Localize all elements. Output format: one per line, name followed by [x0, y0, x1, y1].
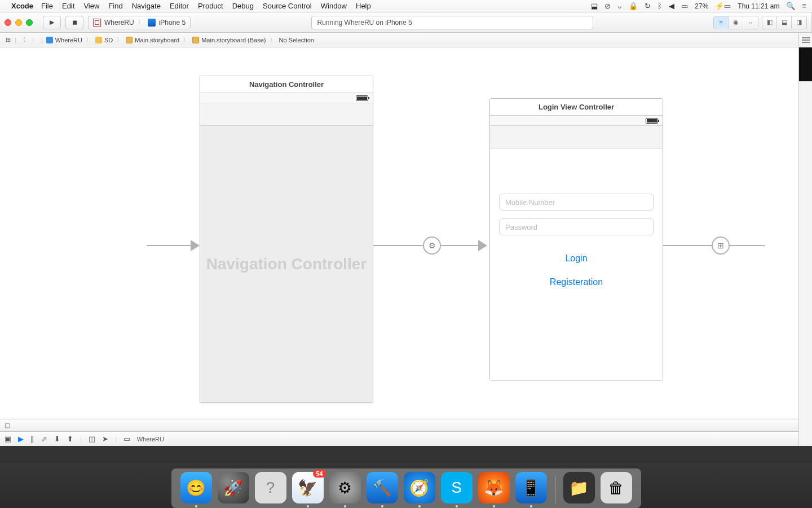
jump-selection[interactable]: No Selection [278, 37, 315, 43]
process-icon[interactable]: ▭ [123, 435, 130, 443]
battery-percent[interactable]: 27% [695, 2, 708, 10]
dropbox-icon[interactable]: ⬓ [591, 2, 598, 10]
navigation-controller-scene[interactable]: Navigation Controller Navigation Control… [200, 76, 373, 403]
standard-editor-icon[interactable]: ≡ [714, 16, 729, 29]
battery-icon [646, 118, 658, 124]
xcode-toolbar: ▶ ◼ WhereRU 〉 iPhone 5 Running WhereRU o… [0, 12, 811, 33]
menu-debug[interactable]: Debug [232, 2, 254, 10]
storyboard-canvas[interactable]: Navigation Controller Navigation Control… [0, 47, 811, 446]
related-items-icon[interactable]: ⊞ [3, 36, 12, 43]
xcode-icon[interactable]: 🔨 [367, 472, 398, 503]
continue-icon[interactable]: ▶ [18, 435, 24, 443]
scheme-app-name: WhereRU [104, 19, 134, 27]
mail-icon[interactable]: 🦅54 [292, 472, 324, 503]
clock[interactable]: Thu 11:21 am [738, 2, 779, 10]
location-icon[interactable]: ➤ [102, 435, 108, 443]
firefox-icon[interactable]: 🦊 [478, 472, 510, 503]
registration-button[interactable]: Registeration [550, 277, 603, 287]
login-view-controller-scene[interactable]: Login View Controller Mobile Number Pass… [489, 98, 663, 380]
finder-icon[interactable]: 😊 [180, 472, 212, 503]
battery-icon [356, 95, 368, 101]
timer-icon[interactable]: ⊘ [604, 2, 611, 10]
dock-separator [555, 475, 555, 503]
initial-arrow [147, 245, 192, 246]
login-button[interactable]: Login [565, 253, 587, 264]
step-over-icon[interactable]: ⬀ [41, 435, 47, 443]
skype-icon[interactable]: S [441, 472, 473, 503]
display-icon[interactable]: ▭ [681, 2, 688, 10]
volume-icon[interactable]: ◀ [669, 2, 674, 10]
battery-charging-icon[interactable]: ⚡▭ [715, 2, 731, 10]
step-into-icon[interactable]: ⬇ [54, 435, 60, 443]
menu-window[interactable]: Window [321, 2, 347, 10]
toggle-debug-area-icon[interactable]: ▣ [5, 435, 11, 443]
minimize-window-button[interactable] [15, 19, 22, 26]
wifi-icon[interactable]: ⌵ [617, 2, 622, 10]
nav-controller-placeholder-text: Navigation Controller [206, 255, 367, 273]
menu-view[interactable]: View [83, 2, 99, 10]
mobile-placeholder: Mobile Number [505, 198, 555, 207]
jump-bar[interactable]: ⊞ | 〈 〉 | WhereRU 〉 SD 〉 Main.storyboard… [0, 33, 811, 47]
push-segue-icon[interactable]: ⊞ [712, 237, 730, 255]
password-placeholder: Password [505, 223, 537, 231]
run-button[interactable]: ▶ [43, 16, 61, 29]
editor-mode-segment[interactable]: ≡ ◉ ↔ [713, 16, 758, 29]
downloads-folder-icon[interactable]: 📁 [563, 472, 595, 503]
storyboard-icon [126, 37, 133, 43]
simulator-icon[interactable]: 📱 [515, 472, 547, 503]
root-segue-arrowhead [478, 240, 487, 251]
menu-source-control[interactable]: Source Control [263, 2, 312, 10]
assistant-editor-icon[interactable]: ◉ [729, 16, 743, 29]
version-editor-icon[interactable]: ↔ [743, 16, 758, 29]
spotlight-icon[interactable]: 🔍 [786, 2, 795, 10]
menu-product[interactable]: Product [198, 2, 223, 10]
timemachine-icon[interactable]: ↻ [645, 2, 651, 10]
jump-folder[interactable]: SD [94, 37, 114, 43]
help-icon[interactable]: ? [255, 472, 286, 503]
outline-toggle-icon[interactable]: ▢ [5, 422, 10, 429]
jump-storyboard-base[interactable]: Main.storyboard (Base) [191, 37, 267, 43]
folder-icon [95, 37, 102, 43]
menu-navigate[interactable]: Navigate [132, 2, 161, 10]
menu-editor[interactable]: Editor [170, 2, 189, 10]
notification-center-icon[interactable]: ≡ [802, 2, 806, 10]
trash-icon[interactable]: 🗑 [601, 472, 632, 503]
close-window-button[interactable] [5, 19, 11, 26]
initial-arrow-head [191, 240, 200, 251]
root-segue-icon[interactable]: ⚙ [423, 237, 441, 255]
app-name[interactable]: Xcode [11, 2, 33, 10]
bluetooth-icon[interactable]: ᛒ [657, 2, 662, 10]
launchpad-icon[interactable]: 🚀 [218, 472, 249, 503]
debug-target[interactable]: WhereRU [137, 436, 164, 443]
back-button[interactable]: 〈 [19, 36, 28, 44]
menu-find[interactable]: Find [108, 2, 122, 10]
system-preferences-icon[interactable]: ⚙ [329, 472, 361, 503]
scheme-selector[interactable]: WhereRU 〉 iPhone 5 [88, 16, 191, 29]
canvas-bottom-bar: ▢ [0, 419, 811, 431]
toggle-debug-icon[interactable]: ⬓ [777, 16, 792, 29]
debug-bar: ▣ ▶ ‖ ⬀ ⬇ ⬆ | ◫ ➤ | ▭ WhereRU [0, 431, 811, 446]
zoom-window-button[interactable] [26, 19, 33, 26]
safari-icon[interactable]: 🧭 [404, 472, 435, 503]
dock-area: 😊 🚀 ? 🦅54 ⚙ 🔨 🧭 S 🦊 📱 📁 🗑 [0, 446, 812, 508]
activity-text: Running WhereRU on iPhone 5 [317, 19, 412, 27]
dark-panel [799, 47, 812, 81]
forward-button[interactable]: 〉 [30, 36, 39, 44]
jump-storyboard[interactable]: Main.storyboard [125, 37, 180, 43]
panel-toggle-segment[interactable]: ◧ ⬓ ◨ [762, 16, 807, 29]
step-out-icon[interactable]: ⬆ [67, 435, 73, 443]
utilities-panel-sliver[interactable] [798, 33, 812, 446]
stop-button[interactable]: ◼ [65, 16, 83, 29]
toggle-utilities-icon[interactable]: ◨ [792, 16, 806, 29]
view-debug-icon[interactable]: ◫ [89, 435, 95, 443]
lock-icon[interactable]: 🔒 [629, 2, 638, 10]
toggle-navigator-icon[interactable]: ◧ [762, 16, 777, 29]
hamburger-icon[interactable] [802, 37, 810, 38]
mobile-number-field[interactable]: Mobile Number [499, 194, 654, 211]
menu-help[interactable]: Help [356, 2, 371, 10]
password-field[interactable]: Password [499, 218, 654, 235]
pause-icon[interactable]: ‖ [30, 435, 34, 443]
menu-file[interactable]: File [41, 2, 53, 10]
menu-edit[interactable]: Edit [62, 2, 74, 10]
jump-project[interactable]: WhereRU [45, 37, 83, 43]
